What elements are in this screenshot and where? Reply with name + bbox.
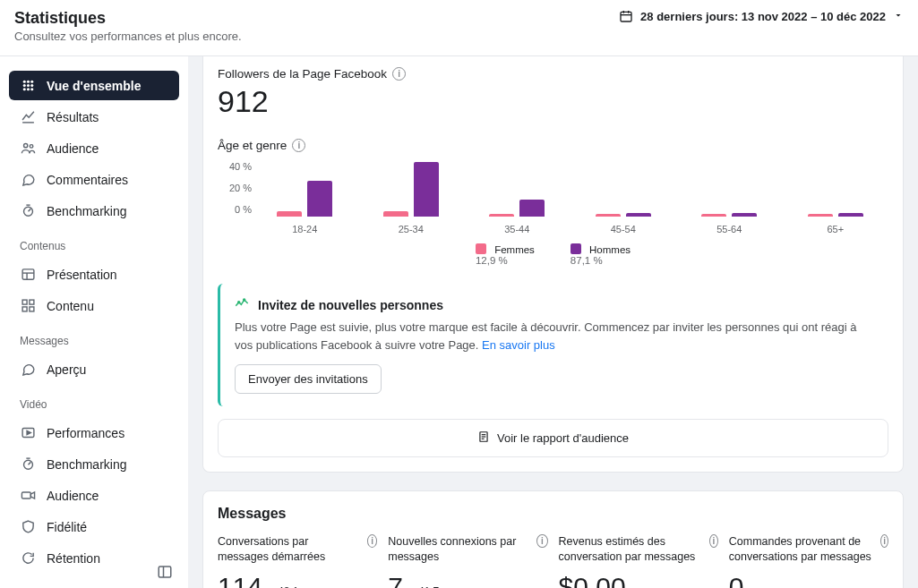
notice-title: Invitez de nouvelles personnes xyxy=(258,298,443,312)
svg-point-14 xyxy=(30,145,33,149)
shield-icon xyxy=(20,519,36,534)
sidebar-item-pr-sentation[interactable]: Présentation xyxy=(9,260,179,289)
bar-femmes xyxy=(277,211,302,217)
svg-point-33 xyxy=(244,299,245,301)
chart-legend: Femmes 12,9 % Hommes 87,1 % xyxy=(218,243,888,266)
sidebar-collapse-button[interactable] xyxy=(152,559,177,584)
chart-bucket xyxy=(252,181,358,219)
sidebar-item-audience[interactable]: Audience xyxy=(9,133,179,163)
svg-rect-17 xyxy=(22,269,34,279)
chart-x-axis: 18-2425-3435-4445-5455-6465+ xyxy=(252,224,888,234)
comment-icon xyxy=(20,172,36,187)
svg-point-11 xyxy=(26,88,29,90)
main-content: Followers de la Page Facebook i 912 Âge … xyxy=(188,56,918,588)
calendar-icon xyxy=(619,9,633,23)
messages-card: Messages Conversations par messages déma… xyxy=(202,490,904,588)
send-invitations-button[interactable]: Envoyer des invitations xyxy=(235,364,382,394)
legend-swatch-femmes xyxy=(476,243,486,254)
metric-title: Revenus estimés des conversation par mes… xyxy=(559,534,703,565)
messages-title: Messages xyxy=(218,506,888,522)
benchmark-icon xyxy=(20,203,36,218)
sidebar-item-r-sultats[interactable]: Résultats xyxy=(9,102,179,132)
sidebar-item-performances[interactable]: Performances xyxy=(9,418,179,447)
sidebar-item-label: Vue d'ensemble xyxy=(47,79,142,93)
grid-icon xyxy=(20,78,36,93)
view-audience-report-button[interactable]: Voir le rapport d'audience xyxy=(218,419,888,457)
chart-bucket xyxy=(783,213,889,219)
sidebar-item-fid-lit-[interactable]: Fidélité xyxy=(9,512,179,541)
benchmark-icon xyxy=(20,456,36,472)
svg-rect-20 xyxy=(22,300,27,304)
age-gender-chart: 40 % 20 % 0 % xyxy=(218,161,888,218)
camera-icon xyxy=(20,488,36,503)
sidebar-item-commentaires[interactable]: Commentaires xyxy=(9,165,179,194)
sidebar-item-label: Contenu xyxy=(47,299,94,313)
x-axis-label: 45-54 xyxy=(571,224,677,234)
sparkline-icon xyxy=(235,296,249,313)
metric-card: Commandes provenant de conversations par… xyxy=(729,534,888,588)
top-bar: Statistiques Consultez vos performances … xyxy=(0,0,918,56)
sidebar-item-benchmarking[interactable]: Benchmarking xyxy=(9,196,179,226)
sidebar-item-label: Performances xyxy=(47,426,124,440)
svg-point-5 xyxy=(26,81,29,83)
bar-hommes xyxy=(519,200,545,217)
info-icon[interactable]: i xyxy=(709,534,718,548)
svg-marker-25 xyxy=(27,430,30,434)
info-icon[interactable]: i xyxy=(880,534,888,548)
svg-rect-23 xyxy=(29,307,33,311)
notice-body: Plus votre Page est suivie, plus votre m… xyxy=(235,319,874,354)
chart-y-axis: 40 % 20 % 0 % xyxy=(218,161,252,217)
info-icon[interactable]: i xyxy=(392,67,406,81)
metric-value: 114 xyxy=(218,572,262,588)
chart-bucket xyxy=(358,162,465,219)
info-icon[interactable]: i xyxy=(292,139,305,152)
legend-swatch-hommes xyxy=(571,243,581,254)
date-range-picker[interactable]: 28 derniers jours: 13 nov 2022 – 10 déc … xyxy=(619,9,904,23)
play-icon xyxy=(20,425,36,440)
metric-title: Nouvelles connexions par messages xyxy=(388,534,529,565)
x-axis-label: 35-44 xyxy=(464,224,571,234)
sidebar-item-label: Fidélité xyxy=(47,520,87,534)
refresh-icon xyxy=(20,550,36,566)
svg-point-32 xyxy=(238,302,240,303)
bar-hommes xyxy=(307,181,332,217)
svg-point-10 xyxy=(22,88,25,90)
bar-hommes xyxy=(626,213,651,217)
learn-more-link[interactable]: En savoir plus xyxy=(482,338,555,352)
date-range-label: 28 derniers jours: 13 nov 2022 – 10 déc … xyxy=(640,10,886,23)
svg-point-13 xyxy=(23,144,27,148)
sidebar-item-label: Benchmarking xyxy=(47,204,127,218)
sidebar-item-benchmarking[interactable]: Benchmarking xyxy=(9,449,179,479)
svg-rect-30 xyxy=(159,567,171,577)
metric-card: Nouvelles connexions par messages i 7↓ 4… xyxy=(388,534,547,588)
bar-femmes xyxy=(596,214,621,217)
sidebar-item-label: Rétention xyxy=(47,551,100,566)
svg-point-6 xyxy=(30,81,33,83)
metric-title: Conversations par messages démarrées xyxy=(218,534,360,565)
grid2-icon xyxy=(20,298,36,313)
bar-hommes xyxy=(732,213,757,217)
sidebar-item-vue-d-ensemble[interactable]: Vue d'ensemble xyxy=(9,71,179,100)
sidebar-item-label: Audience xyxy=(47,489,99,503)
bar-femmes xyxy=(701,214,726,217)
sidebar-heading-messages: Messages xyxy=(9,322,179,353)
sidebar-item-audience[interactable]: Audience xyxy=(9,481,179,510)
sidebar-heading-contents: Contenus xyxy=(9,227,179,258)
info-icon[interactable]: i xyxy=(367,534,377,548)
chart-bucket xyxy=(464,200,571,219)
metric-value: $0,00 xyxy=(559,572,626,588)
sidebar-item-contenu[interactable]: Contenu xyxy=(9,291,179,320)
svg-point-4 xyxy=(22,81,25,83)
people-icon xyxy=(20,141,36,156)
layout-icon xyxy=(20,267,36,282)
sidebar-heading-video: Vidéo xyxy=(9,386,179,416)
svg-point-26 xyxy=(23,460,32,469)
sidebar-item-label: Résultats xyxy=(47,110,99,124)
caret-down-icon xyxy=(893,10,904,23)
sidebar-item-aper-u[interactable]: Aperçu xyxy=(9,354,179,384)
svg-point-9 xyxy=(30,84,33,87)
sidebar-item-label: Aperçu xyxy=(47,362,86,377)
svg-point-7 xyxy=(22,84,25,87)
svg-point-12 xyxy=(30,88,33,90)
info-icon[interactable]: i xyxy=(536,534,547,548)
